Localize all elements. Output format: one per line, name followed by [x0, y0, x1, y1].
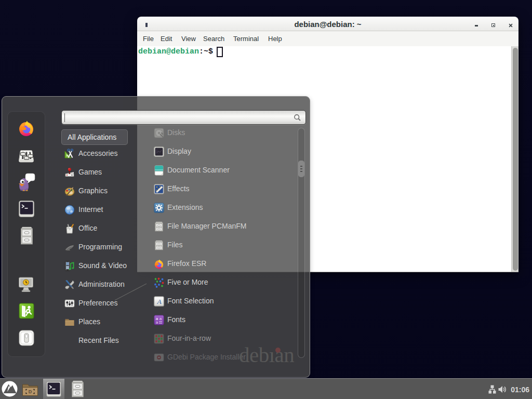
svg-text:D: D: [29, 389, 32, 394]
svg-text:a: a: [156, 320, 158, 325]
svg-text:a: a: [159, 316, 162, 321]
svg-text:A: A: [156, 298, 162, 305]
